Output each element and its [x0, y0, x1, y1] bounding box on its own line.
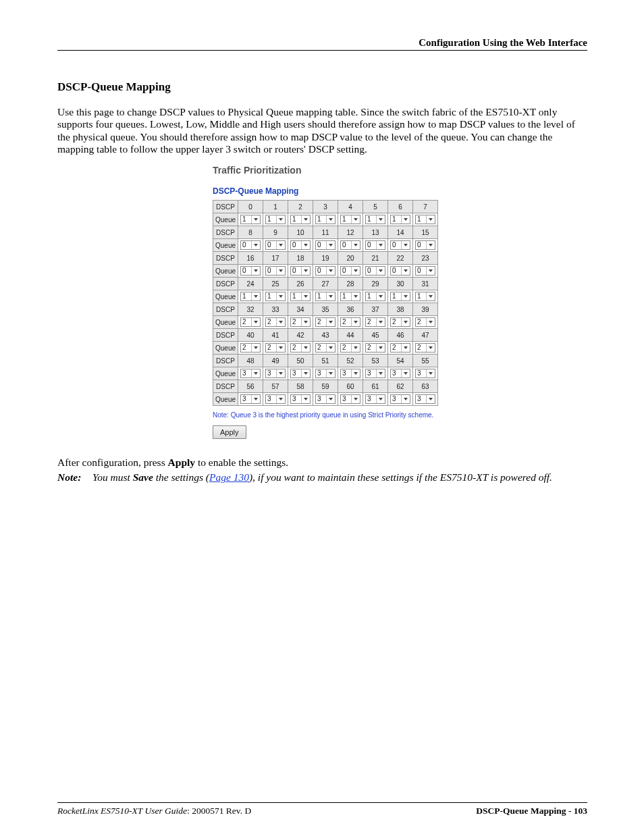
queue-dropdown[interactable]: 0	[390, 266, 410, 276]
footer-guide-title: RocketLinx ES7510-XT User Guide	[57, 806, 187, 816]
queue-dropdown[interactable]: 2	[340, 317, 360, 327]
queue-dropdown[interactable]: 3	[340, 369, 360, 378]
queue-dropdown[interactable]: 1	[415, 292, 435, 301]
queue-dropdown[interactable]: 2	[315, 317, 336, 327]
queue-dropdown[interactable]: 2	[365, 317, 385, 327]
chevron-down-icon	[426, 241, 434, 249]
dscp-value: 60	[338, 380, 363, 393]
queue-dropdown[interactable]: 2	[390, 317, 410, 327]
queue-dropdown[interactable]: 1	[365, 292, 385, 301]
queue-dropdown[interactable]: 0	[365, 266, 385, 276]
queue-dropdown[interactable]: 0	[315, 240, 336, 250]
dscp-value: 46	[388, 329, 413, 342]
queue-dropdown[interactable]: 0	[290, 266, 311, 276]
chevron-down-icon	[426, 395, 434, 403]
dscp-value: 48	[238, 355, 263, 367]
apply-button[interactable]: Apply	[213, 425, 246, 439]
queue-dropdown[interactable]: 3	[290, 394, 311, 404]
queue-dropdown[interactable]: 0	[240, 266, 261, 276]
queue-dropdown[interactable]: 2	[415, 343, 435, 353]
queue-dropdown[interactable]: 3	[365, 369, 385, 378]
queue-cell: 2	[288, 316, 313, 329]
dscp-row-label: DSCP	[213, 201, 238, 213]
queue-dropdown[interactable]: 2	[290, 343, 311, 353]
queue-dropdown[interactable]: 2	[265, 317, 286, 327]
queue-cell: 1	[388, 213, 413, 226]
queue-dropdown[interactable]: 1	[240, 292, 261, 301]
queue-dropdown[interactable]: 3	[340, 394, 360, 404]
queue-dropdown[interactable]: 0	[390, 240, 410, 250]
queue-dropdown[interactable]: 1	[390, 292, 410, 301]
queue-dropdown[interactable]: 3	[315, 394, 336, 404]
queue-cell: 3	[288, 393, 313, 406]
chevron-down-icon	[301, 395, 309, 403]
chevron-down-icon	[351, 292, 359, 301]
footer-left: RocketLinx ES7510-XT User Guide: 2000571…	[57, 806, 251, 816]
queue-dropdown[interactable]: 0	[340, 266, 360, 276]
dscp-value: 44	[338, 329, 363, 342]
queue-dropdown[interactable]: 0	[415, 266, 435, 276]
dscp-row-label: DSCP	[213, 226, 238, 239]
queue-dropdown[interactable]: 2	[365, 343, 385, 353]
chevron-down-icon	[351, 318, 359, 326]
queue-cell: 1	[263, 213, 288, 226]
queue-dropdown[interactable]: 2	[340, 343, 360, 353]
queue-dropdown[interactable]: 1	[340, 292, 360, 301]
queue-dropdown[interactable]: 0	[365, 240, 385, 250]
chevron-down-icon	[326, 318, 334, 326]
queue-cell: 3	[413, 367, 438, 380]
dscp-value: 43	[313, 329, 338, 342]
chevron-down-icon	[401, 395, 409, 403]
queue-cell: 0	[363, 265, 388, 278]
queue-dropdown[interactable]: 3	[390, 369, 410, 378]
dscp-value: 14	[388, 226, 413, 239]
queue-dropdown[interactable]: 1	[290, 215, 311, 224]
queue-cell: 2	[263, 316, 288, 329]
queue-dropdown[interactable]: 3	[415, 394, 435, 404]
queue-dropdown[interactable]: 1	[290, 292, 311, 301]
queue-dropdown[interactable]: 0	[315, 266, 336, 276]
queue-dropdown[interactable]: 3	[365, 394, 385, 404]
queue-dropdown[interactable]: 3	[290, 369, 311, 378]
queue-dropdown[interactable]: 3	[265, 394, 286, 404]
queue-dropdown[interactable]: 3	[240, 369, 261, 378]
queue-dropdown[interactable]: 3	[390, 394, 410, 404]
queue-dropdown[interactable]: 1	[265, 215, 286, 224]
queue-dropdown[interactable]: 2	[240, 317, 261, 327]
dscp-value: 12	[338, 226, 363, 239]
queue-dropdown[interactable]: 0	[240, 240, 261, 250]
queue-dropdown[interactable]: 2	[265, 343, 286, 353]
dscp-value: 62	[388, 380, 413, 393]
queue-dropdown[interactable]: 0	[340, 240, 360, 250]
queue-dropdown[interactable]: 1	[240, 215, 261, 224]
queue-dropdown[interactable]: 2	[290, 317, 311, 327]
page-link[interactable]: Page 130	[209, 471, 249, 483]
queue-dropdown[interactable]: 2	[315, 343, 336, 353]
queue-dropdown[interactable]: 0	[265, 240, 286, 250]
queue-dropdown[interactable]: 1	[365, 215, 385, 224]
dscp-value: 63	[413, 380, 438, 393]
queue-dropdown[interactable]: 1	[315, 215, 336, 224]
queue-dropdown[interactable]: 1	[390, 215, 410, 224]
queue-dropdown[interactable]: 3	[265, 369, 286, 378]
queue-dropdown[interactable]: 1	[415, 215, 435, 224]
queue-dropdown[interactable]: 2	[240, 343, 261, 353]
queue-dropdown[interactable]: 2	[390, 343, 410, 353]
queue-dropdown[interactable]: 0	[265, 266, 286, 276]
queue-dropdown[interactable]: 1	[265, 292, 286, 301]
queue-dropdown[interactable]: 2	[415, 317, 435, 327]
chevron-down-icon	[401, 215, 409, 224]
chevron-down-icon	[351, 369, 359, 377]
dscp-value: 29	[363, 278, 388, 290]
chevron-down-icon	[376, 369, 384, 377]
dscp-value: 7	[413, 201, 438, 213]
queue-dropdown[interactable]: 0	[415, 240, 435, 250]
queue-dropdown[interactable]: 1	[315, 292, 336, 301]
queue-dropdown[interactable]: 3	[240, 394, 261, 404]
dscp-value: 51	[313, 355, 338, 367]
screenshot-note: Note: Queue 3 is the highest priority qu…	[213, 411, 587, 419]
queue-dropdown[interactable]: 3	[415, 369, 435, 378]
queue-dropdown[interactable]: 0	[290, 240, 311, 250]
queue-dropdown[interactable]: 1	[340, 215, 360, 224]
queue-dropdown[interactable]: 3	[315, 369, 336, 378]
